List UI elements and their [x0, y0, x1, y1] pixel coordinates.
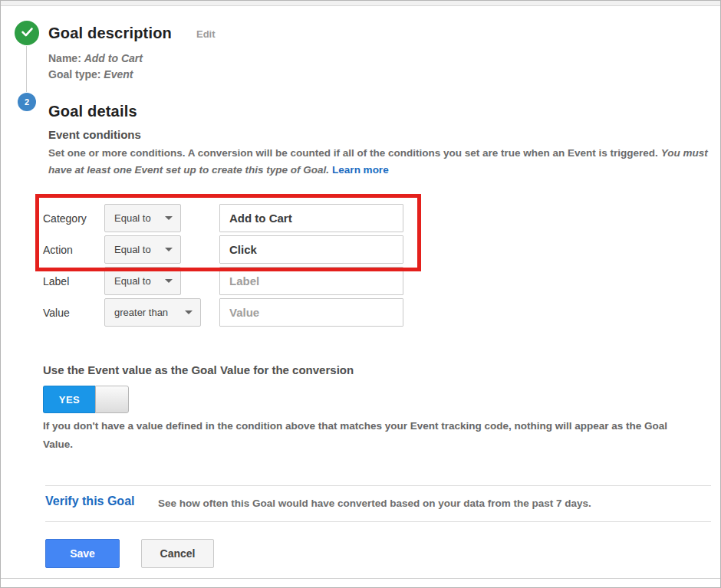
caret-down-icon [165, 216, 173, 220]
step1-complete-badge [15, 21, 39, 45]
divider-bottom [45, 521, 711, 522]
goal-type-label: Goal type: [48, 68, 100, 80]
event-conditions-description: Set one or more conditions. A conversion… [48, 145, 710, 179]
label-operator-dropdown[interactable]: Equal to [104, 267, 181, 295]
divider-top [45, 485, 711, 486]
value-operator-dropdown[interactable]: greater than [104, 298, 201, 327]
caret-down-icon [185, 310, 193, 314]
verify-goal-link[interactable]: Verify this Goal [45, 494, 134, 508]
action-label: Action [43, 235, 103, 264]
goal-name-line: Name: Add to Cart [48, 52, 143, 64]
step2-number-badge: 2 [18, 93, 36, 111]
category-operator-dropdown[interactable]: Equal to [104, 204, 181, 232]
value-label: Value [43, 298, 103, 327]
label-operator-value: Equal to [114, 275, 151, 287]
panel-bottom-border [1, 578, 720, 579]
value-value-input[interactable] [219, 298, 403, 327]
edit-button[interactable]: Edit [196, 28, 216, 40]
goal-name-label: Name: [48, 52, 81, 64]
cancel-button[interactable]: Cancel [141, 539, 214, 568]
caret-down-icon [165, 248, 173, 251]
goal-name-value: Add to Cart [84, 52, 143, 64]
action-value-input[interactable] [219, 235, 403, 264]
goal-value-heading: Use the Event value as the Goal Value fo… [43, 363, 354, 376]
goal-description-title: Goal description [48, 25, 172, 42]
category-label: Category [43, 204, 103, 233]
toggle-knob[interactable] [95, 386, 129, 413]
action-operator-value: Equal to [114, 244, 151, 255]
goal-type-value: Event [104, 68, 133, 80]
panel-top-strip [1, 1, 720, 6]
learn-more-link[interactable]: Learn more [332, 164, 389, 176]
event-conditions-heading: Event conditions [48, 128, 141, 141]
caret-down-icon [165, 279, 173, 283]
step-connector-line [26, 46, 27, 92]
category-value-input[interactable] [219, 204, 403, 232]
goal-type-line: Goal type: Event [48, 68, 133, 80]
label-value-input[interactable] [219, 267, 403, 295]
label-label: Label [43, 267, 103, 296]
action-operator-dropdown[interactable]: Equal to [104, 235, 181, 264]
goal-value-note: If you don't have a value defined in the… [43, 417, 699, 454]
verify-goal-description: See how often this Goal would have conve… [158, 498, 591, 509]
goal-details-title: Goal details [48, 103, 137, 120]
goal-setup-panel: Goal description Edit Name: Add to Cart … [0, 0, 721, 588]
step2-number: 2 [25, 97, 29, 107]
toggle-on-label: YES [43, 386, 95, 413]
save-button[interactable]: Save [45, 539, 120, 568]
goal-value-toggle[interactable]: YES [43, 386, 129, 413]
value-operator-value: greater than [114, 307, 168, 318]
checkmark-icon [20, 25, 35, 42]
description-text: Set one or more conditions. A conversion… [48, 147, 658, 159]
category-operator-value: Equal to [114, 212, 151, 224]
